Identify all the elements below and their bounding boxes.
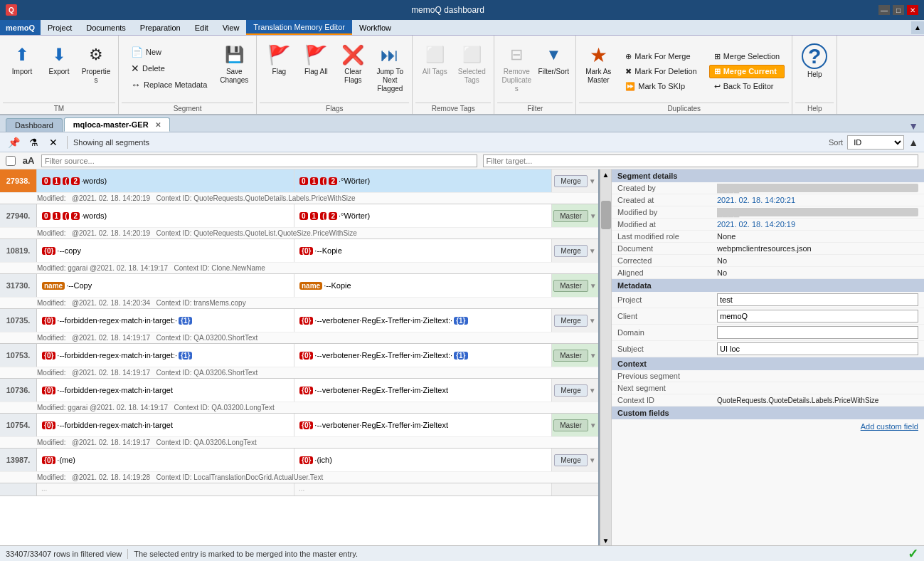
menu-item-tme[interactable]: Translation Memory Editor xyxy=(246,20,352,35)
scroll-up-button[interactable]: ▲ xyxy=(600,169,611,179)
menu-item-workflow[interactable]: Workflow xyxy=(352,20,398,35)
selected-tags-button[interactable]: ⬜ Selected Tags xyxy=(454,40,489,91)
sort-direction-icon[interactable]: ▲ xyxy=(908,137,918,148)
merge-button[interactable]: Merge xyxy=(554,384,587,397)
clear-flags-button[interactable]: ❌ Clear Flags xyxy=(335,40,371,91)
context-header: Context xyxy=(612,357,924,370)
master-button[interactable]: Master xyxy=(553,350,588,362)
detail-row-client: Client xyxy=(612,308,924,325)
action-dropdown-icon[interactable]: ▼ xyxy=(590,352,597,360)
filter-dropdown-icon[interactable]: ▼ xyxy=(908,120,918,132)
back-to-editor-button[interactable]: ↩ Back To Editor xyxy=(709,80,785,93)
mark-for-merge-button[interactable]: ⊕ Mark For Merge xyxy=(620,50,701,63)
table-row[interactable]: 13987. {0} ·(me) {0} ·(ich) Merge ▼ xyxy=(0,449,598,483)
close-button[interactable]: ✕ xyxy=(907,5,918,15)
project-input[interactable] xyxy=(717,293,918,306)
segment-meta: Modified: @2021. 02. 18. 14:19:28 Contex… xyxy=(0,471,598,483)
client-input[interactable] xyxy=(717,310,918,323)
target-filter-input[interactable] xyxy=(483,154,919,167)
action-dropdown-icon[interactable]: ▼ xyxy=(589,387,596,394)
flag-button[interactable]: 🚩 Flag xyxy=(261,40,297,91)
table-row[interactable]: 10736. {0} ·--forbidden·regex·match·in·t… xyxy=(0,379,598,414)
table-row[interactable]: 10819. {0} ·--copy {0} ·--Kopie Merge ▼ xyxy=(0,239,598,274)
remove-duplicates-button[interactable]: ⊟ Remove Duplicates xyxy=(499,40,534,97)
table-row[interactable]: 10754. {0} ·--forbidden·regex·match·in·t… xyxy=(0,414,598,449)
menu-item-view[interactable]: View xyxy=(216,20,247,35)
new-button[interactable]: 📄 New xyxy=(126,44,212,60)
scrollbar[interactable]: ▲ ▼ xyxy=(600,169,611,545)
help-icon: ? xyxy=(802,43,827,69)
sort-select[interactable]: ID Source Target Modified xyxy=(847,135,904,150)
table-row[interactable]: 27940. 0 1 ( 2 ·words) 0 1 ( 2 xyxy=(0,204,598,239)
ribbon-group-flags: 🚩 Flag 🚩 Flag All ❌ Clear Flags ⏭ Jump T… xyxy=(257,36,413,114)
filter-sort-button[interactable]: ▼ Filter/Sort xyxy=(536,40,571,91)
merge-selection-button[interactable]: ⊞ Merge Selection xyxy=(709,50,785,63)
segment-source: name ·--Copy xyxy=(37,274,294,297)
all-tags-button[interactable]: ⬜ All Tags xyxy=(417,40,452,91)
action-dropdown-icon[interactable]: ▼ xyxy=(590,212,597,220)
domain-input[interactable] xyxy=(717,326,918,339)
select-all-checkbox[interactable] xyxy=(6,156,16,166)
action-dropdown-icon[interactable]: ▼ xyxy=(589,177,596,185)
menu-item-documents[interactable]: Documents xyxy=(79,20,133,35)
merge-button[interactable]: Merge xyxy=(554,454,587,466)
action-dropdown-icon[interactable]: ▼ xyxy=(590,282,597,290)
mark-as-master-button[interactable]: ★ Mark As Master xyxy=(580,40,616,103)
segment-target: ··· xyxy=(294,483,552,496)
master-button[interactable]: Master xyxy=(553,210,588,222)
menu-item-edit[interactable]: Edit xyxy=(188,20,216,35)
scroll-thumb[interactable] xyxy=(601,201,611,229)
action-dropdown-icon[interactable]: ▼ xyxy=(589,317,596,325)
minimize-button[interactable]: — xyxy=(878,5,890,15)
pin-button[interactable]: 📌 xyxy=(6,135,21,150)
merge-button[interactable]: Merge xyxy=(554,315,587,327)
master-button[interactable]: Master xyxy=(553,419,588,431)
action-dropdown-icon[interactable]: ▼ xyxy=(589,247,596,255)
export-button[interactable]: ⬇ Export xyxy=(41,40,77,91)
menu-item-project[interactable]: Project xyxy=(41,20,79,35)
mark-skip-icon: ⏩ xyxy=(625,82,635,91)
app-icon: Q xyxy=(6,4,17,16)
source-filter-input[interactable] xyxy=(41,154,477,167)
filter-icon: ▼ xyxy=(542,43,565,66)
tab-dashboard[interactable]: Dashboard xyxy=(6,118,63,132)
tag-0t: {0} xyxy=(299,317,313,325)
table-row[interactable]: 10753. {0} ·--forbidden·regex·match·in·t… xyxy=(0,344,598,379)
ribbon-collapse-button[interactable]: ▲ xyxy=(911,21,924,34)
table-row[interactable]: 10735. {0} ·--forbidden·regex·match·in·t… xyxy=(0,309,598,344)
action-dropdown-icon[interactable]: ▼ xyxy=(589,456,596,464)
clear-filter-button[interactable]: ✕ xyxy=(46,135,61,150)
filter-segments-button[interactable]: ⚗ xyxy=(26,135,41,150)
segment-action: Master ▼ xyxy=(552,274,598,297)
new-icon: 📄 xyxy=(131,46,143,58)
import-button[interactable]: ⬆ Import xyxy=(4,40,40,91)
subject-input[interactable] xyxy=(717,342,918,355)
mark-for-deletion-button[interactable]: ✖ Mark For Deletion xyxy=(620,65,701,78)
table-row[interactable]: 27938. 0 1 ( 2 ·words) 0 1 ( 2 xyxy=(0,169,598,204)
properties-button[interactable]: ⚙ Properties xyxy=(78,40,114,91)
merge-button[interactable]: Merge xyxy=(554,175,587,187)
menu-item-memoq[interactable]: memoQ xyxy=(0,20,41,35)
action-dropdown-icon[interactable]: ▼ xyxy=(590,421,597,429)
tab-mqloca[interactable]: mqloca-master-GER ✕ xyxy=(64,117,170,132)
help-button[interactable]: ? Help xyxy=(797,40,832,91)
flag-all-button[interactable]: 🚩 Flag All xyxy=(298,40,334,91)
replace-metadata-button[interactable]: ↔ Replace Metadata xyxy=(126,77,212,93)
tab-close-icon[interactable]: ✕ xyxy=(155,121,161,129)
master-button[interactable]: Master xyxy=(553,280,588,292)
scroll-down-button[interactable]: ▼ xyxy=(600,535,611,545)
merge-current-button[interactable]: ⊞ Merge Current xyxy=(709,65,785,78)
aligned-label: Aligned xyxy=(617,268,717,277)
add-custom-field-link[interactable]: Add custom field xyxy=(612,419,924,434)
table-row[interactable]: 31730. name ·--Copy name ·--Kopie Master xyxy=(0,274,598,309)
table-row[interactable]: ··· ··· xyxy=(0,483,598,496)
maximize-button[interactable]: □ xyxy=(893,5,904,15)
delete-button[interactable]: ✕ Delete xyxy=(126,61,212,76)
mark-to-skip-button[interactable]: ⏩ Mark To SKIp xyxy=(620,80,701,93)
export-icon: ⬇ xyxy=(48,43,70,66)
case-sensitive-toggle[interactable]: aA xyxy=(21,155,36,166)
menu-item-preparation[interactable]: Preparation xyxy=(133,20,188,35)
merge-button[interactable]: Merge xyxy=(554,245,587,257)
jump-next-flagged-button[interactable]: ⏭ Jump To Next Flagged xyxy=(372,40,408,97)
save-changes-button[interactable]: 💾 Save Changes xyxy=(216,40,252,103)
